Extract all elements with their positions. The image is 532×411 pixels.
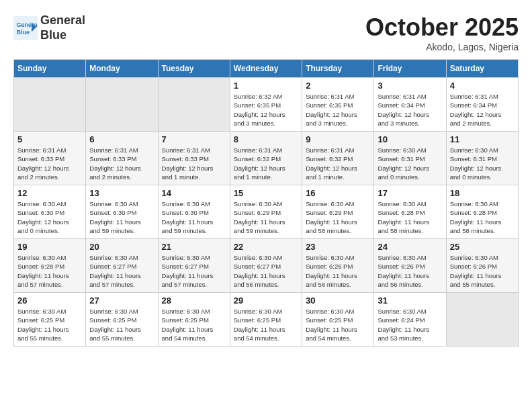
day-number: 10 (378, 134, 442, 144)
calendar-cell: 1Sunrise: 6:32 AM Sunset: 6:35 PM Daylig… (230, 78, 302, 132)
day-number: 30 (306, 295, 370, 306)
calendar-table: SundayMondayTuesdayWednesdayThursdayFrid… (13, 59, 519, 347)
day-info: Sunrise: 6:31 AM Sunset: 6:35 PM Dayligh… (306, 92, 370, 128)
day-info: Sunrise: 6:30 AM Sunset: 6:26 PM Dayligh… (450, 253, 515, 289)
day-info: Sunrise: 6:30 AM Sunset: 6:31 PM Dayligh… (450, 146, 515, 181)
logo-line1: General (40, 13, 85, 28)
weekday-header: Sunday (14, 60, 86, 78)
day-info: Sunrise: 6:30 AM Sunset: 6:29 PM Dayligh… (306, 199, 370, 235)
day-info: Sunrise: 6:30 AM Sunset: 6:25 PM Dayligh… (162, 307, 226, 342)
day-info: Sunrise: 6:31 AM Sunset: 6:33 PM Dayligh… (162, 146, 226, 181)
day-number: 22 (234, 242, 298, 252)
calendar-cell: 30Sunrise: 6:30 AM Sunset: 6:25 PM Dayli… (302, 293, 374, 347)
day-info: Sunrise: 6:30 AM Sunset: 6:25 PM Dayligh… (306, 307, 370, 342)
day-number: 1 (234, 81, 298, 91)
calendar-cell: 5Sunrise: 6:31 AM Sunset: 6:33 PM Daylig… (14, 132, 86, 185)
logo-icon: General Blue (13, 16, 38, 40)
calendar-cell: 10Sunrise: 6:30 AM Sunset: 6:31 PM Dayli… (374, 132, 446, 185)
location-subtitle: Akodo, Lagos, Nigeria (365, 42, 519, 52)
day-info: Sunrise: 6:30 AM Sunset: 6:26 PM Dayligh… (306, 253, 370, 289)
calendar-cell: 14Sunrise: 6:30 AM Sunset: 6:30 PM Dayli… (158, 185, 230, 239)
day-info: Sunrise: 6:31 AM Sunset: 6:32 PM Dayligh… (234, 146, 298, 181)
weekday-header: Friday (374, 60, 446, 78)
logo-line2: Blue (40, 28, 85, 43)
calendar-cell: 2Sunrise: 6:31 AM Sunset: 6:35 PM Daylig… (302, 78, 374, 132)
day-number: 14 (162, 188, 226, 198)
month-title: October 2025 (365, 13, 519, 42)
weekday-header: Tuesday (158, 60, 230, 78)
calendar-cell: 21Sunrise: 6:30 AM Sunset: 6:27 PM Dayli… (158, 239, 230, 293)
day-number: 5 (17, 134, 82, 144)
day-number: 31 (378, 295, 442, 306)
day-number: 8 (234, 134, 298, 144)
calendar-cell: 26Sunrise: 6:30 AM Sunset: 6:25 PM Dayli… (14, 293, 86, 347)
day-info: Sunrise: 6:30 AM Sunset: 6:28 PM Dayligh… (450, 199, 515, 235)
day-info: Sunrise: 6:30 AM Sunset: 6:28 PM Dayligh… (378, 199, 442, 235)
day-number: 16 (306, 188, 370, 198)
calendar-cell: 23Sunrise: 6:30 AM Sunset: 6:26 PM Dayli… (302, 239, 374, 293)
day-info: Sunrise: 6:30 AM Sunset: 6:27 PM Dayligh… (234, 253, 298, 289)
day-number: 4 (450, 81, 515, 91)
day-number: 27 (89, 295, 154, 306)
logo: General Blue General Blue (13, 13, 85, 42)
day-info: Sunrise: 6:30 AM Sunset: 6:25 PM Dayligh… (17, 307, 82, 342)
day-number: 3 (378, 81, 442, 91)
day-info: Sunrise: 6:30 AM Sunset: 6:29 PM Dayligh… (234, 199, 298, 235)
calendar-cell: 6Sunrise: 6:31 AM Sunset: 6:33 PM Daylig… (86, 132, 158, 185)
day-info: Sunrise: 6:30 AM Sunset: 6:27 PM Dayligh… (162, 253, 226, 289)
calendar-cell: 12Sunrise: 6:30 AM Sunset: 6:30 PM Dayli… (14, 185, 86, 239)
calendar-cell: 20Sunrise: 6:30 AM Sunset: 6:27 PM Dayli… (86, 239, 158, 293)
day-number: 24 (378, 242, 442, 252)
calendar-cell (14, 78, 86, 132)
day-number: 15 (234, 188, 298, 198)
day-info: Sunrise: 6:30 AM Sunset: 6:30 PM Dayligh… (17, 199, 82, 235)
day-number: 7 (162, 134, 226, 144)
day-info: Sunrise: 6:31 AM Sunset: 6:34 PM Dayligh… (378, 92, 442, 128)
calendar-cell: 29Sunrise: 6:30 AM Sunset: 6:25 PM Dayli… (230, 293, 302, 347)
weekday-header: Monday (86, 60, 158, 78)
day-info: Sunrise: 6:31 AM Sunset: 6:33 PM Dayligh… (89, 146, 154, 181)
calendar-cell: 25Sunrise: 6:30 AM Sunset: 6:26 PM Dayli… (446, 239, 518, 293)
weekday-header: Wednesday (230, 60, 302, 78)
day-info: Sunrise: 6:31 AM Sunset: 6:34 PM Dayligh… (450, 92, 515, 128)
calendar-cell: 27Sunrise: 6:30 AM Sunset: 6:25 PM Dayli… (86, 293, 158, 347)
day-info: Sunrise: 6:30 AM Sunset: 6:30 PM Dayligh… (89, 199, 154, 235)
day-number: 28 (162, 295, 226, 306)
calendar-cell: 4Sunrise: 6:31 AM Sunset: 6:34 PM Daylig… (446, 78, 518, 132)
page-header: General Blue General Blue October 2025 A… (13, 13, 519, 52)
svg-text:Blue: Blue (17, 29, 30, 36)
day-number: 18 (450, 188, 515, 198)
calendar-cell: 8Sunrise: 6:31 AM Sunset: 6:32 PM Daylig… (230, 132, 302, 185)
title-block: October 2025 Akodo, Lagos, Nigeria (365, 13, 519, 52)
calendar-cell: 7Sunrise: 6:31 AM Sunset: 6:33 PM Daylig… (158, 132, 230, 185)
calendar-cell: 31Sunrise: 6:30 AM Sunset: 6:24 PM Dayli… (374, 293, 446, 347)
day-info: Sunrise: 6:32 AM Sunset: 6:35 PM Dayligh… (234, 92, 298, 128)
day-info: Sunrise: 6:30 AM Sunset: 6:28 PM Dayligh… (17, 253, 82, 289)
day-number: 23 (306, 242, 370, 252)
calendar-cell (446, 293, 518, 347)
calendar-cell: 17Sunrise: 6:30 AM Sunset: 6:28 PM Dayli… (374, 185, 446, 239)
calendar-cell: 3Sunrise: 6:31 AM Sunset: 6:34 PM Daylig… (374, 78, 446, 132)
calendar-cell (158, 78, 230, 132)
day-number: 21 (162, 242, 226, 252)
day-number: 9 (306, 134, 370, 144)
day-number: 25 (450, 242, 515, 252)
day-info: Sunrise: 6:30 AM Sunset: 6:25 PM Dayligh… (234, 307, 298, 342)
calendar-cell: 22Sunrise: 6:30 AM Sunset: 6:27 PM Dayli… (230, 239, 302, 293)
calendar-cell: 28Sunrise: 6:30 AM Sunset: 6:25 PM Dayli… (158, 293, 230, 347)
day-number: 26 (17, 295, 82, 306)
calendar-cell: 11Sunrise: 6:30 AM Sunset: 6:31 PM Dayli… (446, 132, 518, 185)
calendar-cell: 24Sunrise: 6:30 AM Sunset: 6:26 PM Dayli… (374, 239, 446, 293)
calendar-cell: 19Sunrise: 6:30 AM Sunset: 6:28 PM Dayli… (14, 239, 86, 293)
calendar-cell: 16Sunrise: 6:30 AM Sunset: 6:29 PM Dayli… (302, 185, 374, 239)
calendar-cell: 18Sunrise: 6:30 AM Sunset: 6:28 PM Dayli… (446, 185, 518, 239)
day-number: 17 (378, 188, 442, 198)
day-info: Sunrise: 6:30 AM Sunset: 6:31 PM Dayligh… (378, 146, 442, 181)
day-info: Sunrise: 6:30 AM Sunset: 6:25 PM Dayligh… (89, 307, 154, 342)
weekday-header: Saturday (446, 60, 518, 78)
calendar-cell: 15Sunrise: 6:30 AM Sunset: 6:29 PM Dayli… (230, 185, 302, 239)
day-info: Sunrise: 6:31 AM Sunset: 6:33 PM Dayligh… (17, 146, 82, 181)
calendar-cell: 9Sunrise: 6:31 AM Sunset: 6:32 PM Daylig… (302, 132, 374, 185)
calendar-cell: 13Sunrise: 6:30 AM Sunset: 6:30 PM Dayli… (86, 185, 158, 239)
day-info: Sunrise: 6:30 AM Sunset: 6:24 PM Dayligh… (378, 307, 442, 342)
